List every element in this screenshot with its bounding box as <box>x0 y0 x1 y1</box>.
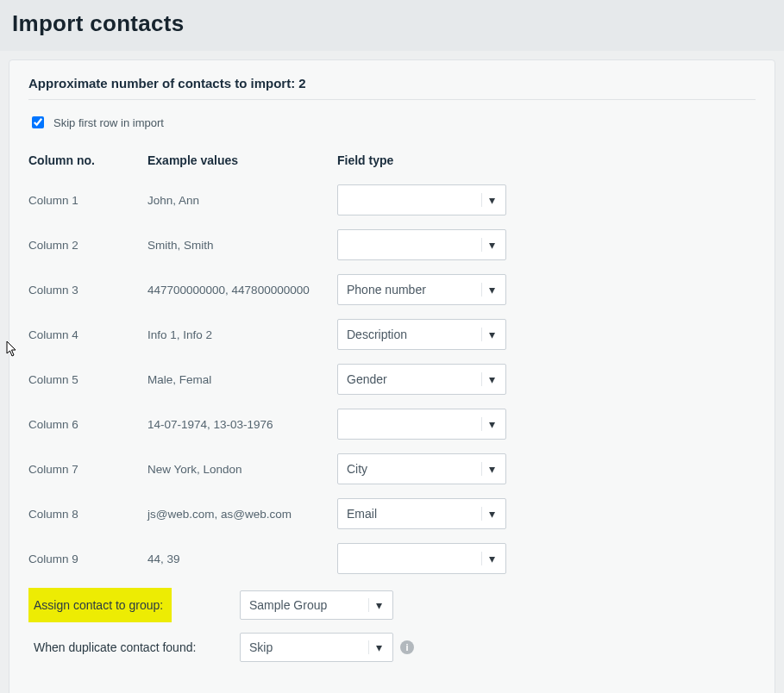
example-values: New York, London <box>147 463 337 476</box>
field-type-value: Gender <box>347 372 481 386</box>
import-panel: Approximate number of contacts to import… <box>9 59 775 693</box>
column-number: Column 1 <box>28 194 147 207</box>
table-row: Column 8js@web.com, as@web.comEmail▾ <box>28 498 511 529</box>
chevron-down-icon: ▾ <box>481 328 497 341</box>
duplicate-action-select[interactable]: Skip ▾ <box>240 633 393 662</box>
chevron-down-icon: ▾ <box>481 238 497 252</box>
example-values: 44, 39 <box>147 553 337 565</box>
page-title: Import contacts <box>12 10 772 37</box>
chevron-down-icon: ▾ <box>481 283 497 297</box>
field-type-select[interactable]: Email▾ <box>337 498 506 529</box>
header-column-no: Column no. <box>28 153 147 167</box>
assign-group-value: Sample Group <box>249 598 368 612</box>
duplicate-action-value: Skip <box>249 640 368 654</box>
table-row: Column 5Male, FemalGender▾ <box>28 364 511 395</box>
chevron-down-icon: ▾ <box>481 552 497 565</box>
column-number: Column 6 <box>28 418 147 431</box>
column-number: Column 5 <box>28 373 147 386</box>
column-number: Column 4 <box>28 328 147 341</box>
example-values: Smith, Smith <box>147 239 337 252</box>
field-type-select[interactable]: ▾ <box>337 184 506 215</box>
field-type-select[interactable]: Phone number▾ <box>337 274 506 305</box>
field-type-select[interactable]: ▾ <box>337 409 506 440</box>
chevron-down-icon: ▾ <box>481 507 497 521</box>
field-type-select[interactable]: Description▾ <box>337 319 506 350</box>
field-type-value: City <box>347 462 481 476</box>
example-values: John, Ann <box>147 194 337 207</box>
info-icon[interactable]: i <box>400 640 414 654</box>
skip-first-row-checkbox-row[interactable]: Skip first row in import <box>28 114 756 131</box>
example-values: Male, Femal <box>147 373 337 386</box>
example-values: js@web.com, as@web.com <box>147 508 337 521</box>
table-row: Column 4Info 1, Info 2Description▾ <box>28 319 511 350</box>
chevron-down-icon: ▾ <box>368 598 384 612</box>
summary-count: 2 <box>298 76 305 91</box>
column-number: Column 2 <box>28 239 147 252</box>
table-row: Column 944, 39▾ <box>28 543 511 574</box>
chevron-down-icon: ▾ <box>481 372 497 386</box>
mouse-cursor-icon <box>6 341 18 357</box>
divider <box>28 99 756 100</box>
chevron-down-icon: ▾ <box>481 462 497 476</box>
example-values: Info 1, Info 2 <box>147 328 337 341</box>
field-type-select[interactable]: Gender▾ <box>337 364 506 395</box>
skip-first-row-checkbox[interactable] <box>32 116 44 128</box>
field-type-value: Description <box>347 328 481 341</box>
example-values: 14-07-1974, 13-03-1976 <box>147 418 337 431</box>
table-row: Column 3447700000000, 447800000000Phone … <box>28 274 511 305</box>
field-type-select[interactable]: City▾ <box>337 453 506 484</box>
table-row: Column 2Smith, Smith▾ <box>28 229 511 260</box>
skip-first-row-label: Skip first row in import <box>53 116 164 129</box>
header-example-values: Example values <box>147 153 337 167</box>
duplicate-label: When duplicate contact found: <box>28 640 196 654</box>
chevron-down-icon: ▾ <box>481 417 497 431</box>
column-number: Column 7 <box>28 463 147 476</box>
field-type-select[interactable]: ▾ <box>337 543 506 574</box>
column-number: Column 8 <box>28 508 147 521</box>
table-header: Column no. Example values Field type <box>28 153 511 167</box>
table-row: Column 7New York, LondonCity▾ <box>28 453 511 484</box>
assign-group-select[interactable]: Sample Group ▾ <box>240 590 393 620</box>
table-row: Column 614-07-1974, 13-03-1976▾ <box>28 409 511 440</box>
table-row: Column 1John, Ann▾ <box>28 184 511 215</box>
assign-group-label: Assign contact to group: <box>28 588 172 622</box>
column-number: Column 3 <box>28 284 147 297</box>
header-field-type: Field type <box>337 153 510 167</box>
field-type-select[interactable]: ▾ <box>337 229 506 260</box>
example-values: 447700000000, 447800000000 <box>147 284 337 297</box>
chevron-down-icon: ▾ <box>481 193 497 207</box>
field-type-value: Phone number <box>347 283 481 297</box>
column-number: Column 9 <box>28 553 147 565</box>
summary-prefix: Approximate number of contacts to import… <box>28 76 298 91</box>
summary-line: Approximate number of contacts to import… <box>28 76 756 91</box>
chevron-down-icon: ▾ <box>368 640 384 654</box>
column-mapping-table: Column no. Example values Field type Col… <box>28 153 511 574</box>
field-type-value: Email <box>347 507 481 521</box>
